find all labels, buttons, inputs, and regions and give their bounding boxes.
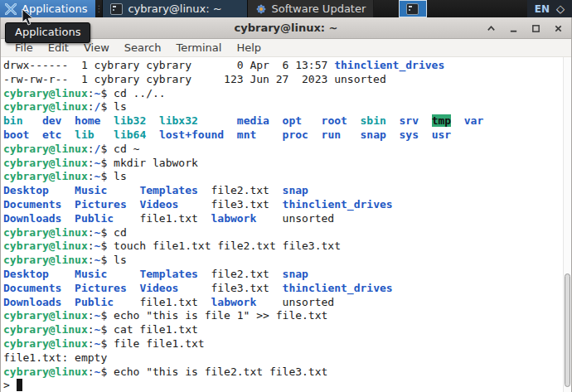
language-label: EN	[535, 3, 550, 15]
terminal-line: cybrary@linux:~$ echo "this is file2.txt…	[3, 365, 561, 380]
terminal-scrollbar[interactable]	[563, 57, 571, 392]
tray-empty-area	[428, 0, 527, 17]
menu-item-help[interactable]: Help	[229, 41, 269, 54]
terminal-line: cybrary@linux:~$ echo "this is file 1" >…	[3, 309, 561, 323]
menu-item-terminal[interactable]: Terminal	[168, 41, 229, 54]
terminal-line: >	[3, 379, 561, 392]
taskbar-window-button[interactable]: cybrary@linux: ~	[102, 0, 248, 17]
terminal-line: drwx------ 1 cybrary cybrary 0 Apr 6 13:…	[3, 59, 561, 73]
top-panel: Applications ⋮ cybrary@linux: ~ Software…	[0, 0, 572, 17]
taskbar-window-title: cybrary@linux: ~	[128, 2, 221, 15]
terminal-line: Desktop Music Templates file2.txt snap	[3, 184, 561, 198]
terminal-line: cybrary@linux:~$ cat file1.txt	[3, 323, 561, 337]
window-title: cybrary@linux: ~	[235, 22, 338, 34]
terminal-line: Downloads Public file1.txt labwork unsor…	[3, 212, 561, 226]
minimize-icon[interactable]	[509, 24, 518, 33]
rollup-icon[interactable]	[487, 24, 496, 33]
updater-label: Software Updater	[271, 2, 366, 15]
menu-item-view[interactable]: View	[76, 41, 117, 54]
menu-item-edit[interactable]: Edit	[41, 41, 76, 54]
menu-item-file[interactable]: File	[7, 41, 41, 54]
indicator-diamond-icon: ◇	[556, 2, 565, 15]
panel-spacer	[374, 0, 398, 17]
taskbar-updater-button[interactable]: Software Updater	[248, 0, 374, 17]
terminal-icon	[110, 3, 123, 15]
terminal-window: cybrary@linux: ~ FileEditViewSearchTermi…	[0, 17, 572, 392]
terminal-output[interactable]: drwx------ 1 cybrary cybrary 0 Apr 6 13:…	[1, 57, 571, 392]
window-controls	[487, 17, 563, 39]
terminal-line: Documents Pictures Videos file3.txt thin…	[3, 198, 561, 212]
tray-terminal-icon[interactable]	[399, 0, 427, 17]
panel-handle-icon: ⋮	[95, 0, 102, 17]
maximize-icon[interactable]	[531, 24, 540, 33]
close-icon[interactable]	[554, 24, 563, 33]
terminal-line: cybrary@linux:~$ ls	[3, 254, 561, 268]
terminal-line: cybrary@linux:~$ mkdir labwork	[3, 157, 561, 171]
terminal-line: boot etc lib lib64 lost+found mnt proc r…	[3, 128, 561, 143]
terminal-line: cybrary@linux:/$ cd ~	[3, 143, 561, 157]
terminal-line: cybrary@linux:~$ touch file1.txt file2.t…	[3, 240, 561, 254]
terminal-line: -rw-rw-r-- 1 cybrary cybrary 123 Jun 27 …	[3, 73, 561, 87]
terminal-cursor	[17, 379, 23, 391]
scrollbar-thumb[interactable]	[565, 273, 570, 387]
terminal-line: cybrary@linux:/$ ls	[3, 100, 561, 114]
terminal-icon	[406, 3, 419, 15]
mouse-cursor	[22, 8, 35, 27]
applications-menu-button[interactable]: Applications	[0, 0, 95, 17]
software-updater-icon	[255, 3, 266, 14]
terminal-line: cybrary@linux:~$ cd ../..	[3, 87, 561, 101]
terminal-line: Documents Pictures Videos file3.txt thin…	[3, 282, 561, 296]
terminal-line: cybrary@linux:~$ ls	[3, 170, 561, 184]
xubuntu-logo-icon	[5, 3, 17, 15]
terminal-line: Desktop Music Templates file2.txt snap	[3, 268, 561, 282]
terminal-line: Downloads Public file1.txt labwork unsor…	[3, 296, 561, 310]
desktop-screen: Applications ⋮ cybrary@linux: ~ Software…	[0, 0, 572, 392]
applications-tooltip: Applications	[5, 22, 90, 43]
terminal-line: cybrary@linux:~$ file file1.txt	[3, 337, 561, 351]
menu-item-search[interactable]: Search	[117, 41, 169, 54]
terminal-line: file1.txt: empty	[3, 351, 561, 365]
keyboard-layout-indicator[interactable]: EN ◇	[527, 0, 572, 17]
terminal-line: cybrary@linux:~$ cd	[3, 226, 561, 240]
terminal-line: bin dev home lib32 libx32 media opt root…	[3, 114, 561, 128]
